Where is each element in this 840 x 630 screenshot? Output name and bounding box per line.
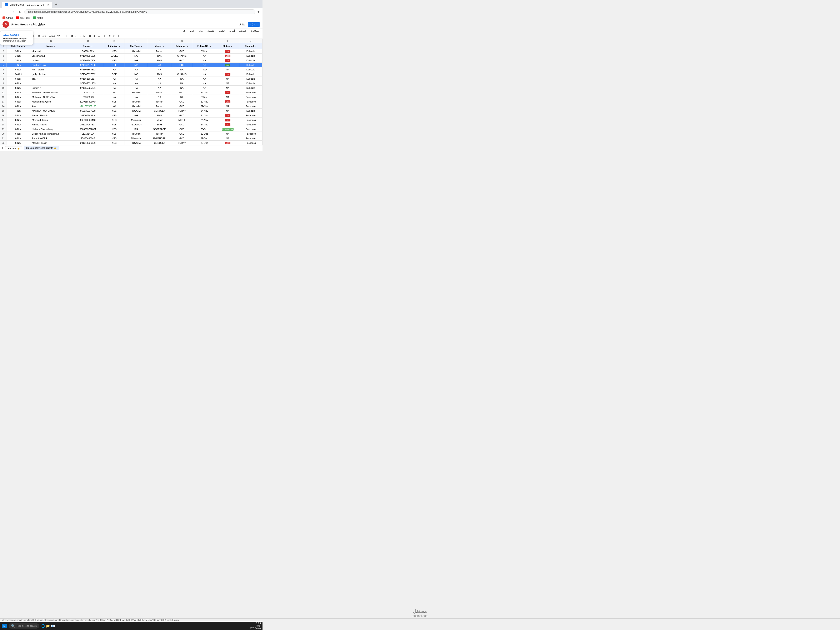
- decrease-decimal[interactable]: .0: [37, 34, 41, 38]
- cell-model[interactable]: Tucson: [148, 131, 171, 136]
- increase-decimal[interactable]: .00: [41, 34, 47, 38]
- col-header-e[interactable]: E: [125, 39, 148, 43]
- cell-model[interactable]: RX5: [148, 58, 171, 63]
- back-button[interactable]: ←: [3, 9, 8, 14]
- cell-name[interactable]: yasser awad: [30, 54, 72, 58]
- table-row[interactable]: 154-NovMAMDOH MOHAMED966535537608YESTOYO…: [0, 109, 262, 113]
- cell-date[interactable]: 6-Nov: [6, 122, 30, 127]
- cell-channel[interactable]: Facebook: [239, 95, 262, 99]
- cell-car-type[interactable]: TOYOTA: [125, 109, 148, 113]
- cell-date[interactable]: 24-Oct: [6, 72, 30, 76]
- cell-status[interactable]: Lost: [216, 113, 239, 118]
- cell-date[interactable]: 4-Nov: [6, 63, 30, 67]
- cell-category[interactable]: GCC: [171, 49, 193, 54]
- cell-status[interactable]: NA: [216, 76, 239, 81]
- cell-follow-up[interactable]: 22-Nov: [193, 90, 216, 95]
- user-avatar[interactable]: S: [3, 21, 9, 28]
- cell-channel[interactable]: Dubizzle: [239, 85, 262, 90]
- cell-category[interactable]: TURKY: [171, 141, 193, 145]
- cell-status[interactable]: Lost: [216, 49, 239, 54]
- cell-phone[interactable]: 966535537608: [72, 109, 104, 113]
- cell-date[interactable]: 6-Nov: [6, 99, 30, 104]
- cell-status[interactable]: NA: [216, 104, 239, 109]
- cell-model[interactable]: Eclipse: [148, 118, 171, 122]
- col-header-f[interactable]: F: [148, 39, 171, 43]
- cell-car-type[interactable]: TOYOTA: [125, 141, 148, 145]
- cell-car-type[interactable]: Hyundai: [125, 99, 148, 104]
- cell-model[interactable]: 3008: [148, 122, 171, 127]
- cell-name[interactable]: Eslam Ahmad Muhammad: [30, 131, 72, 136]
- cell-status[interactable]: NA: [216, 67, 239, 72]
- cell-category[interactable]: GCC: [171, 131, 193, 136]
- cell-channel[interactable]: Dubizzle: [239, 72, 262, 76]
- cell-follow-up[interactable]: NA: [193, 54, 216, 58]
- cell-category[interactable]: NA: [171, 67, 193, 72]
- cell-model[interactable]: Tucson: [148, 90, 171, 95]
- cell-status[interactable]: Lost: [216, 122, 239, 127]
- cell-car-type[interactable]: Hyundai: [125, 104, 148, 109]
- cell-date[interactable]: 3-Nov: [6, 58, 30, 63]
- bookmark-maps[interactable]: Maps: [33, 16, 43, 19]
- cell-initiative[interactable]: YES: [104, 58, 125, 63]
- sheet-tab-clients[interactable]: Mustafa Darweesh Clients 🔒: [24, 146, 59, 150]
- cell-phone[interactable]: 507601969: [72, 49, 104, 54]
- italic-button[interactable]: I: [74, 34, 77, 38]
- active-tab[interactable]: United Group - جداول بيانات Go ×: [2, 2, 52, 8]
- cell-status[interactable]: Lost: [216, 54, 239, 58]
- cell-phone[interactable]: 971585631233: [72, 81, 104, 85]
- cell-phone[interactable]: 201007148444: [72, 113, 104, 118]
- header-follow-up[interactable]: Follow UP ▼: [193, 43, 216, 49]
- cell-car-type[interactable]: PEUGOUT: [125, 122, 148, 127]
- cell-date[interactable]: 3-Nov: [6, 49, 30, 54]
- cell-car-type[interactable]: MG: [125, 54, 148, 58]
- cell-car-type[interactable]: KIA: [125, 127, 148, 131]
- cell-initiative[interactable]: YES: [104, 113, 125, 118]
- cell-follow-up[interactable]: 29-Dec: [193, 141, 216, 145]
- header-phone[interactable]: Phone ▼: [72, 43, 104, 49]
- cell-category[interactable]: MIDEL: [171, 118, 193, 122]
- menu-format[interactable]: التنسيق: [207, 29, 215, 33]
- merge-cells-button[interactable]: ▭: [97, 34, 101, 38]
- cell-model[interactable]: RX5: [148, 113, 171, 118]
- cell-model[interactable]: RX5: [148, 54, 171, 58]
- cell-name[interactable]: MAMDOH MOHAMED: [30, 109, 72, 113]
- cell-car-type[interactable]: Mitsubishi: [125, 118, 148, 122]
- table-row[interactable]: 136-NovMohammed Ayesh2010258899994YESHyu…: [0, 99, 262, 104]
- cell-channel[interactable]: Dubizzle: [239, 54, 262, 58]
- cell-phone[interactable]: 971555325201: [72, 85, 104, 90]
- cell-initiative[interactable]: NA: [104, 81, 125, 85]
- cell-model[interactable]: EXPANDER: [148, 136, 171, 141]
- cell-initiative[interactable]: YES: [104, 118, 125, 122]
- cell-car-type[interactable]: Hyundai: [125, 49, 148, 54]
- table-row[interactable]: 176-NovMomen Ellazare966509334413YESMits…: [0, 118, 262, 122]
- menu-insert[interactable]: إدراج: [198, 29, 204, 33]
- bookmark-gmail[interactable]: Gmail: [3, 16, 13, 19]
- cell-name[interactable]: santhosh felix: [30, 63, 72, 67]
- cell-status[interactable]: NA: [216, 85, 239, 90]
- cell-name[interactable]: Ahmed Raafat: [30, 122, 72, 127]
- table-row[interactable]: 165-NovAhmed Elkhatib201007148444YESMGRX…: [0, 113, 262, 118]
- cell-name[interactable]: Amr: [30, 104, 72, 109]
- cell-category[interactable]: GCC: [171, 63, 193, 67]
- cell-follow-up[interactable]: 24-Nov: [193, 109, 216, 113]
- menu-edit[interactable]: ل: [182, 29, 186, 33]
- cell-initiative[interactable]: LOCEL: [104, 54, 125, 58]
- cell-status[interactable]: won: [216, 63, 239, 67]
- filter-button[interactable]: ▿: [117, 34, 120, 38]
- cell-channel[interactable]: Facebook: [239, 104, 262, 109]
- cell-status[interactable]: NA: [216, 136, 239, 141]
- col-header-h[interactable]: H: [193, 39, 216, 43]
- cell-channel[interactable]: Dubizzle: [239, 49, 262, 54]
- cell-follow-up[interactable]: 29-Dec: [193, 131, 216, 136]
- cell-date[interactable]: 6-Nov: [6, 141, 30, 145]
- cell-date[interactable]: 6-Nov: [6, 118, 30, 122]
- cell-initiative[interactable]: YES: [104, 122, 125, 127]
- cell-model[interactable]: ZS: [148, 63, 171, 67]
- cell-category[interactable]: GCC: [171, 99, 193, 104]
- cell-model[interactable]: NA: [148, 95, 171, 99]
- cell-status[interactable]: Lost: [216, 118, 239, 122]
- cell-initiative[interactable]: YES: [104, 141, 125, 145]
- cell-category[interactable]: NA: [171, 76, 193, 81]
- cell-car-type[interactable]: MG: [125, 58, 148, 63]
- cell-category[interactable]: GCC: [171, 127, 193, 131]
